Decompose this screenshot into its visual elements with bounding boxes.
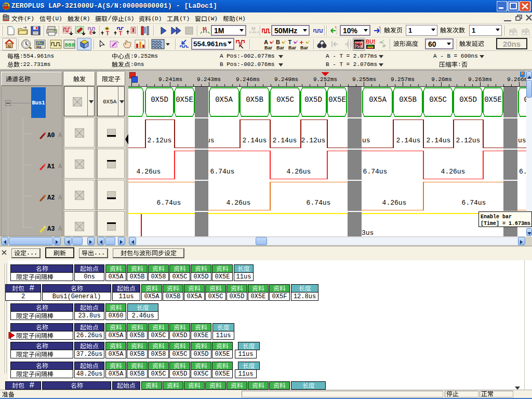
svg-text:9.26ms: 9.26ms — [431, 76, 452, 83]
svg-text:0X5D: 0X5D — [459, 96, 477, 104]
svg-text:N: N — [8, 44, 11, 49]
svg-text:0X5A: 0X5A — [369, 96, 387, 104]
svg-text:B: B — [276, 39, 280, 45]
svg-text:T: T — [288, 39, 292, 45]
svg-text:4.26us: 4.26us — [137, 168, 161, 176]
svg-text:Hz: Hz — [36, 45, 42, 49]
svg-text:M: M — [251, 26, 256, 31]
svg-text:Bar: Bar — [300, 45, 309, 50]
svg-text:2.14us: 2.14us — [427, 137, 451, 144]
svg-text:888: 888 — [65, 42, 75, 48]
svg-text:2.12us: 2.12us — [301, 137, 326, 144]
svg-text:0X5E: 0X5E — [328, 96, 346, 104]
svg-text:9.243ms: 9.243ms — [197, 76, 221, 83]
svg-text:BUS: BUS — [366, 39, 375, 45]
svg-text:9.246ms: 9.246ms — [236, 76, 260, 83]
svg-text:3us: 3us — [362, 229, 374, 236]
svg-text:0X5A: 0X5A — [215, 96, 233, 104]
svg-text:9.241ms: 9.241ms — [158, 76, 182, 83]
svg-text:4.26us: 4.26us — [227, 199, 251, 207]
svg-text:9.257ms: 9.257ms — [391, 76, 415, 83]
svg-text:0X5D: 0X5D — [151, 96, 168, 104]
svg-text:4.26us: 4.26us — [441, 168, 466, 176]
svg-text:0X5E: 0X5E — [176, 96, 193, 104]
svg-text:2.14us: 2.14us — [396, 137, 421, 144]
svg-text:Bar: Bar — [264, 45, 273, 50]
svg-text:9.263ms: 9.263ms — [468, 76, 492, 83]
svg-text:A: A — [264, 39, 268, 45]
svg-text:4.26us: 4.26us — [382, 199, 407, 207]
svg-text:9.249ms: 9.249ms — [274, 76, 298, 83]
svg-text:T: T — [106, 31, 109, 36]
svg-text:4.26us: 4.26us — [287, 168, 311, 176]
svg-text:us: us — [518, 137, 526, 144]
svg-text:2.14us: 2.14us — [243, 137, 267, 144]
svg-text:0X5E: 0X5E — [484, 96, 502, 104]
svg-text:T: T — [119, 31, 122, 36]
svg-text:2.12us: 2.12us — [456, 137, 481, 144]
svg-text:0X5B: 0X5B — [246, 96, 263, 104]
svg-text:M: M — [203, 26, 207, 31]
svg-text:T: T — [335, 26, 337, 29]
svg-text:Bar: Bar — [288, 45, 297, 50]
svg-text:6.74us: 6.74us — [210, 168, 235, 176]
svg-text:E: E — [89, 30, 92, 35]
svg-text:6.74us: 6.74us — [363, 168, 388, 176]
svg-text:9.252ms: 9.252ms — [313, 76, 337, 83]
svg-text:us: us — [362, 137, 370, 144]
svg-text:T: T — [379, 26, 381, 29]
svg-text:Bar: Bar — [276, 45, 285, 50]
svg-text:0X5B: 0X5B — [399, 96, 417, 104]
svg-text:9.266ms: 9.266ms — [507, 76, 526, 83]
svg-text:2.14us: 2.14us — [273, 137, 297, 144]
svg-text:6.74us: 6.74us — [462, 199, 486, 207]
svg-text:0X5C: 0X5C — [276, 96, 294, 104]
svg-text:0X5D: 0X5D — [304, 96, 322, 104]
svg-text:6.74us: 6.74us — [157, 199, 181, 207]
svg-text:2.12us: 2.12us — [148, 137, 172, 144]
svg-text:6.: 6. — [519, 168, 526, 176]
svg-text:0X5C: 0X5C — [429, 96, 447, 104]
svg-text:9.255ms: 9.255ms — [352, 76, 376, 83]
svg-text:6.74us: 6.74us — [307, 199, 331, 207]
